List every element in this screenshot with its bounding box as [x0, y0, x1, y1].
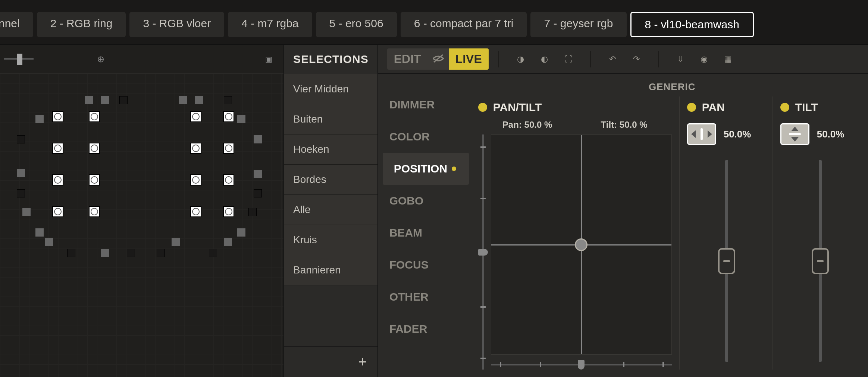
- tab-2[interactable]: 3 - RGB vloer: [129, 12, 224, 37]
- stage-marker[interactable]: [17, 189, 25, 197]
- fixture[interactable]: [223, 206, 234, 217]
- tool-icon-1[interactable]: ◑: [513, 51, 529, 67]
- fixture[interactable]: [223, 111, 234, 122]
- stage-marker[interactable]: [127, 249, 135, 257]
- tab-4[interactable]: 5 - ero 506: [316, 12, 397, 37]
- fixture[interactable]: [52, 143, 63, 154]
- redo-icon[interactable]: ↷: [628, 51, 645, 67]
- tab-7[interactable]: 8 - vl10-beamwash: [630, 12, 754, 37]
- tilt-slider[interactable]: [780, 160, 860, 362]
- stage-marker[interactable]: [35, 228, 44, 237]
- tab-5[interactable]: 6 - compact par 7 tri: [401, 12, 527, 37]
- selection-item[interactable]: Bannieren: [284, 255, 377, 285]
- camera-icon[interactable]: ◉: [696, 51, 712, 67]
- attribute-position[interactable]: POSITION: [383, 153, 469, 185]
- xy-pad[interactable]: [491, 134, 672, 370]
- stage-marker[interactable]: [22, 208, 31, 216]
- editor-area: GENERIC PAN/TILT Pan: 50.0 % Tilt: 50.0 …: [472, 74, 868, 377]
- attribute-fader[interactable]: FADER: [378, 313, 472, 345]
- main-area: ⊕ ▣ SELECTIONS Vier MiddenBuitenHoekenBo…: [0, 45, 868, 377]
- pan-stepper[interactable]: [687, 123, 716, 145]
- fixture[interactable]: [190, 143, 201, 154]
- fixture[interactable]: [89, 111, 100, 122]
- stage-marker[interactable]: [237, 228, 245, 237]
- stage-marker[interactable]: [237, 115, 245, 123]
- fixture[interactable]: [52, 206, 63, 217]
- attribute-focus[interactable]: FOCUS: [378, 249, 472, 281]
- right-panel: EDIT LIVE ◑ ◐ ⛶ ↶ ↷ ⇩ ◉ ▦ DIMME: [378, 45, 868, 377]
- fixture[interactable]: [190, 206, 201, 217]
- blind-mode-button[interactable]: [428, 48, 449, 70]
- stage-marker[interactable]: [35, 115, 44, 123]
- fixture[interactable]: [89, 206, 100, 217]
- tab-6[interactable]: 7 - geyser rgb: [530, 12, 626, 37]
- pan-slider[interactable]: [491, 360, 672, 370]
- stage-marker[interactable]: [101, 249, 109, 257]
- stage-marker[interactable]: [224, 96, 232, 104]
- active-dot-icon: [452, 167, 456, 171]
- expand-icon[interactable]: ▣: [265, 55, 272, 64]
- add-selection-button[interactable]: +: [284, 346, 377, 377]
- edit-mode-button[interactable]: EDIT: [387, 48, 428, 70]
- stage-marker[interactable]: [172, 238, 180, 246]
- import-icon[interactable]: ⇩: [672, 51, 689, 67]
- pantilt-title: PAN/TILT: [493, 101, 542, 114]
- attribute-color[interactable]: COLOR: [378, 121, 472, 153]
- attribute-dimmer[interactable]: DIMMER: [378, 89, 472, 121]
- select-all-icon[interactable]: ⛶: [560, 51, 577, 67]
- stage-marker[interactable]: [17, 169, 25, 177]
- tilt-value-label: Tilt: 50.0 %: [601, 120, 648, 130]
- tilt-stepper[interactable]: [780, 123, 809, 145]
- fixture[interactable]: [89, 143, 100, 154]
- stage-marker[interactable]: [85, 96, 93, 104]
- attribute-beam[interactable]: BEAM: [378, 217, 472, 249]
- tool-icon-2[interactable]: ◐: [536, 51, 553, 67]
- fixture[interactable]: [190, 174, 201, 186]
- tilt-slider[interactable]: [478, 134, 488, 370]
- tab-bar: nnel2 - RGB ring3 - RGB vloer4 - m7 rgba…: [0, 0, 868, 45]
- stage-marker[interactable]: [248, 208, 257, 216]
- stage-marker[interactable]: [45, 238, 53, 246]
- stage-marker[interactable]: [254, 189, 262, 197]
- undo-icon[interactable]: ↶: [604, 51, 621, 67]
- stage-marker[interactable]: [179, 96, 187, 104]
- pan-slider[interactable]: [687, 160, 767, 362]
- selection-item[interactable]: Kruis: [284, 225, 377, 255]
- stage-marker[interactable]: [157, 249, 165, 257]
- stage-marker[interactable]: [254, 170, 262, 178]
- selection-item[interactable]: Alle: [284, 195, 377, 225]
- fixture[interactable]: [52, 111, 63, 122]
- selection-item[interactable]: Vier Midden: [284, 74, 377, 104]
- add-icon[interactable]: ⊕: [52, 54, 149, 64]
- selection-item[interactable]: Buiten: [284, 104, 377, 134]
- stage-marker[interactable]: [195, 96, 203, 104]
- stage-marker[interactable]: [67, 249, 75, 257]
- tab-1[interactable]: 2 - RGB ring: [37, 12, 126, 37]
- preset-icon[interactable]: ▦: [720, 51, 736, 67]
- stage-marker[interactable]: [254, 135, 262, 143]
- stage-marker[interactable]: [101, 96, 109, 104]
- live-mode-button[interactable]: LIVE: [449, 48, 489, 70]
- zoom-slider[interactable]: [4, 51, 34, 67]
- attribute-list: DIMMERCOLORPOSITIONGOBOBEAMFOCUSOTHERFAD…: [378, 74, 472, 377]
- fixture[interactable]: [89, 174, 100, 186]
- tab-0[interactable]: nnel: [0, 12, 33, 37]
- tab-3[interactable]: 4 - m7 rgba: [228, 12, 312, 37]
- fixture[interactable]: [52, 174, 63, 186]
- fixture-grid[interactable]: [0, 74, 283, 377]
- fixture[interactable]: [190, 111, 201, 122]
- selections-panel: SELECTIONS Vier MiddenBuitenHoekenBordes…: [283, 45, 377, 377]
- attribute-gobo[interactable]: GOBO: [378, 185, 472, 217]
- stage-marker[interactable]: [224, 238, 232, 246]
- selection-item[interactable]: Bordes: [284, 165, 377, 195]
- attribute-other[interactable]: OTHER: [378, 281, 472, 313]
- stage-marker[interactable]: [209, 249, 217, 257]
- stage-marker[interactable]: [119, 96, 128, 104]
- fixture[interactable]: [223, 143, 234, 154]
- indicator-dot-icon: [478, 103, 487, 112]
- selection-item[interactable]: Hoeken: [284, 134, 377, 165]
- pan-fader: PAN 50.0%: [687, 96, 773, 370]
- stage-marker[interactable]: [17, 135, 25, 143]
- fixture[interactable]: [223, 174, 234, 186]
- pan-value-label: Pan: 50.0 %: [502, 120, 552, 130]
